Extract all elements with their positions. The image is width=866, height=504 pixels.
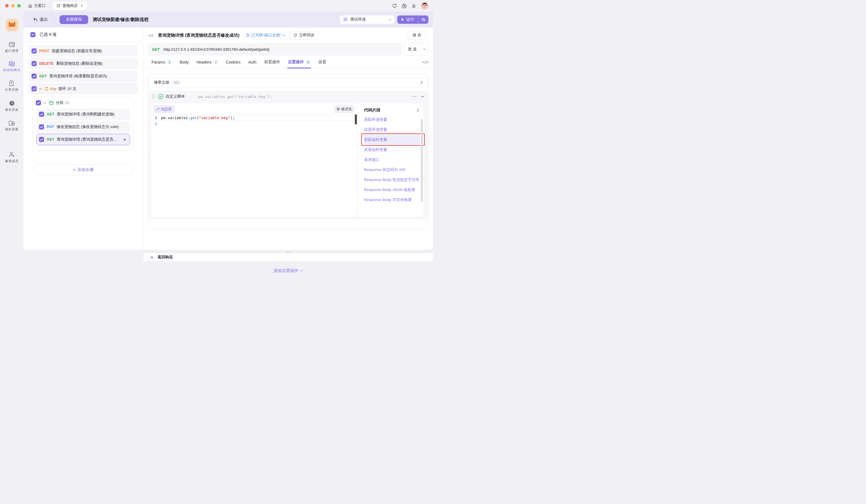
sidebar-item-项目设置[interactable]: 项目设置	[0, 116, 23, 136]
snippet-link[interactable]: 获取环境变量	[364, 114, 420, 125]
chevron-right-icon[interactable]	[417, 109, 419, 112]
step-label: 新建宠物信息 (新建在售宠物)	[52, 48, 102, 54]
code-view-icon[interactable]: </>	[422, 60, 429, 64]
step-label: 修改宠物信息 (修改宠物状态为 sold)	[57, 124, 119, 130]
step-checkbox[interactable]	[36, 100, 41, 105]
snippet-link[interactable]: 获取临时变量	[364, 135, 420, 145]
step-item-api[interactable]: GET查询宠物详情 (查询刚刚建的宠物)	[36, 109, 130, 120]
custom-script-card: 自定义脚本 pm.variables.get("variable_key"); …	[148, 91, 428, 219]
tab-count-badge: 7	[213, 59, 218, 65]
flow-header: 退出 全部保存 测试宠物新建/修改/删除流程 测 测试环境 运行	[23, 11, 433, 27]
sync-now-button[interactable]: 立即同步	[290, 31, 318, 40]
window-titlebar: 主窗口 宠物商店 ✕	[0, 0, 433, 11]
step-checkbox[interactable]	[32, 48, 37, 54]
step-checkbox[interactable]	[32, 86, 37, 91]
add-step-button[interactable]: +添加步骤	[34, 164, 133, 175]
tab-后置操作[interactable]: 后置操作1	[288, 56, 310, 68]
close-tab-icon[interactable]: ✕	[80, 4, 83, 8]
chevron-down-icon[interactable]	[39, 88, 42, 90]
bell-icon[interactable]	[412, 3, 416, 8]
send-button[interactable]: 发 送	[404, 47, 420, 52]
custom-script-header: 自定义脚本 pm.variables.get("variable_key"); …	[148, 91, 428, 102]
drag-handle-icon[interactable]	[152, 94, 155, 99]
tab-Cookies[interactable]: Cookies	[226, 56, 241, 68]
close-window-button[interactable]	[5, 4, 9, 8]
gear-icon[interactable]	[402, 3, 407, 8]
send-options-button[interactable]	[421, 48, 428, 50]
more-menu-icon[interactable]: ···	[412, 94, 417, 99]
project-logo[interactable]	[6, 19, 18, 31]
run-button[interactable]: 运行	[397, 17, 418, 22]
step-item-api[interactable]: DELETE删除宠物信息 (删除该宠物)	[29, 58, 138, 69]
app-content-card: 退出 全部保存 测试宠物新建/修改/删除流程 测 测试环境 运行	[23, 11, 433, 250]
step-label: 查询宠物详情 (查询宠物状态是否...	[57, 137, 116, 142]
url-input[interactable]: GET http://127.0.0.1:4523/m1/3760340-339…	[148, 43, 401, 56]
custom-script-title: 自定义脚本	[166, 94, 185, 99]
step-item-api[interactable]: GET查询宠物详情 (查询宠物状态是否...	[36, 134, 130, 145]
tab-前置操作[interactable]: 前置操作	[264, 56, 280, 68]
format-button[interactable]: 格式化	[334, 105, 355, 113]
code-line[interactable]: 1pm.variables.get("variable_key");	[151, 115, 357, 121]
snippet-link[interactable]: Response 状态码为 200	[364, 165, 420, 175]
step-group-header[interactable]: 分组(3)	[33, 97, 133, 109]
user-avatar[interactable]	[421, 2, 429, 10]
linked-doc-button[interactable]: 已关联“接口文档”	[246, 33, 286, 38]
sidebar-item-接口管理[interactable]: 接口管理	[0, 38, 23, 57]
step-checkbox[interactable]	[32, 61, 37, 66]
chevron-down-icon[interactable]	[43, 102, 46, 104]
main-window-tab[interactable]: 主窗口	[28, 3, 46, 8]
run-settings-button[interactable]	[419, 18, 429, 22]
tab-设置[interactable]: 设置	[318, 56, 326, 68]
sidebar-item-自动化测试[interactable]: 自动化测试	[0, 57, 23, 77]
project-settings-icon	[9, 120, 15, 126]
snippet-link[interactable]: Response Body JSON 值检查	[364, 185, 420, 195]
step-item-loop[interactable]: For循环 10 次	[29, 83, 138, 94]
auto-test-icon	[9, 61, 15, 66]
minimize-window-button[interactable]	[11, 4, 14, 8]
sidebar-item-分享文档[interactable]: 分享文档	[0, 77, 23, 96]
step-number: #4	[148, 33, 154, 38]
step-item-api[interactable]: GET查询宠物详情 (检查删除是否成功)	[29, 70, 138, 82]
save-all-button[interactable]: 全部保存	[59, 15, 88, 24]
snippet-link[interactable]: 请求接口	[364, 155, 420, 165]
panel-resize-handle[interactable]	[144, 251, 433, 252]
sync-now-label: 立即同步	[299, 33, 314, 38]
step-checkbox[interactable]	[39, 124, 44, 130]
maximize-window-button[interactable]	[17, 4, 21, 8]
snippet-link[interactable]: 设置环境变量	[364, 125, 420, 135]
dynamic-value-button[interactable]: 动态值	[154, 105, 175, 113]
linked-doc-label: 已关联“接口文档”	[252, 33, 281, 38]
snippets-scrollbar-thumb[interactable]	[421, 119, 423, 202]
step-checkbox[interactable]	[39, 137, 44, 142]
sidebar-item-邀请成员[interactable]: 邀请成员	[0, 148, 23, 168]
tab-Params[interactable]: Params1	[152, 56, 172, 68]
step-item-api[interactable]: PUT修改宠物信息 (修改宠物状态为 sold)	[36, 121, 130, 133]
step-item-api[interactable]: POST新建宠物信息 (新建在售宠物)	[29, 45, 138, 57]
collapse-chevron-icon[interactable]	[421, 96, 424, 98]
tab-Headers[interactable]: Headers7	[197, 56, 218, 68]
code-editor[interactable]: 动态值 格式化 1pm.variables.get("variable_key"…	[151, 103, 357, 216]
request-header-row: #4 查询宠物详情 (查询宠物状态是否修改成功) 已关联“接口文档” 立即同步 …	[144, 27, 433, 43]
inherit-parent-row[interactable]: 继承父级 0/1	[148, 77, 428, 88]
exit-button[interactable]: 退出	[33, 17, 48, 22]
project-tab[interactable]: 宠物商店 ✕	[53, 2, 87, 10]
snippet-link[interactable]: Response Body 字符串检查	[364, 195, 420, 205]
sync-icon[interactable]	[392, 3, 397, 8]
save-button[interactable]: 保 存	[408, 31, 426, 40]
sidebar-item-请求历史[interactable]: 请求历史	[0, 96, 23, 116]
main-window-label: 主窗口	[34, 3, 46, 8]
select-all-checkbox[interactable]	[30, 32, 35, 37]
group-children: GET查询宠物详情 (查询刚刚建的宠物)PUT修改宠物信息 (修改宠物状态为 s…	[33, 109, 133, 145]
step-checkbox[interactable]	[32, 74, 37, 79]
code-line[interactable]: 2	[151, 121, 357, 127]
chevron-down-icon	[282, 34, 285, 36]
editor-scrollbar-thumb[interactable]	[355, 114, 357, 124]
snippet-link[interactable]: 设置临时变量	[364, 145, 420, 155]
enabled-check-icon[interactable]	[158, 94, 163, 99]
tab-Body[interactable]: Body	[179, 56, 189, 68]
environment-select[interactable]: 测 测试环境	[340, 15, 395, 24]
snippet-link[interactable]: Response Body 包含指定字符串	[364, 175, 420, 185]
tab-Auth[interactable]: Auth	[248, 56, 257, 68]
tab-label: Cookies	[226, 60, 241, 65]
step-checkbox[interactable]	[39, 112, 44, 117]
